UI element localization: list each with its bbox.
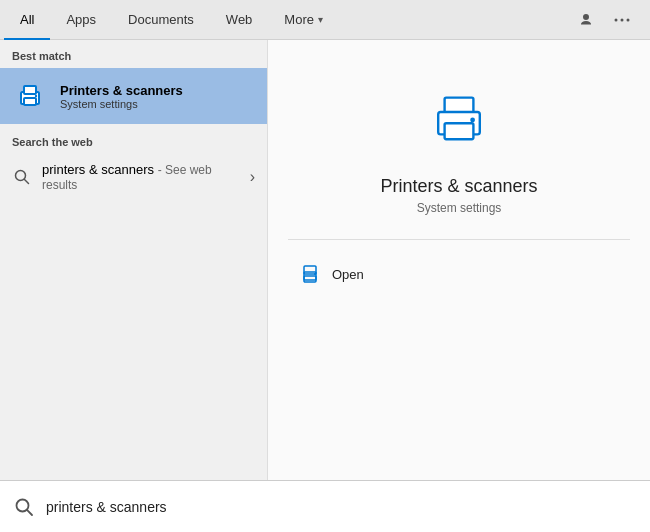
best-match-label: Best match [0,40,267,68]
search-bar-icon [12,495,36,519]
tab-apps-label: Apps [66,12,96,27]
web-search-query: printers & scanners - See web results [42,162,240,192]
printer-large-icon [419,80,499,160]
open-action-item[interactable]: Open [288,256,630,292]
svg-line-18 [27,510,32,515]
search-input[interactable] [46,499,638,515]
chevron-down-icon: ▾ [318,14,323,25]
search-bar [0,480,650,532]
search-window: All Apps Documents Web More ▾ [0,0,650,532]
right-subtitle: System settings [417,201,502,215]
svg-rect-15 [304,276,316,282]
svg-point-6 [35,95,37,97]
svg-point-2 [627,18,630,21]
tab-more[interactable]: More ▾ [268,0,339,40]
tab-apps[interactable]: Apps [50,0,112,40]
nav-icon-group [570,4,646,36]
search-web-icon [12,167,32,187]
right-panel: Printers & scanners System settings Open [268,40,650,480]
open-action-label: Open [332,267,364,282]
tab-all[interactable]: All [4,0,50,40]
web-search-query-text: printers & scanners [42,162,154,177]
tab-all-label: All [20,12,34,27]
best-match-item[interactable]: Printers & scanners System settings [0,68,267,124]
web-search-arrow-icon: › [250,168,255,186]
svg-point-12 [470,118,475,123]
svg-point-16 [314,273,316,275]
svg-line-8 [25,180,29,184]
svg-rect-13 [304,266,316,274]
best-match-text: Printers & scanners System settings [60,83,183,110]
web-search-label: Search the web [0,124,267,152]
persona-icon-button[interactable] [570,4,602,36]
svg-rect-4 [24,86,36,94]
main-content: Best match Printers & scanners System se… [0,40,650,480]
nav-tabs: All Apps Documents Web More ▾ [0,0,650,40]
printer-small-icon [12,78,48,114]
divider [288,239,630,240]
tab-web[interactable]: Web [210,0,269,40]
web-search-item[interactable]: printers & scanners - See web results › [0,152,267,202]
best-match-title: Printers & scanners [60,83,183,98]
right-title: Printers & scanners [380,176,537,197]
tab-documents-label: Documents [128,12,194,27]
tab-web-label: Web [226,12,253,27]
svg-point-1 [621,18,624,21]
left-panel: Best match Printers & scanners System se… [0,40,268,480]
web-search-text: printers & scanners - See web results [42,162,240,192]
svg-point-0 [615,18,618,21]
svg-rect-11 [445,123,474,139]
svg-rect-5 [24,98,36,105]
more-options-icon-button[interactable] [606,4,638,36]
tab-more-label: More [284,12,314,27]
open-action-icon [300,264,320,284]
tab-documents[interactable]: Documents [112,0,210,40]
best-match-subtitle: System settings [60,98,183,110]
